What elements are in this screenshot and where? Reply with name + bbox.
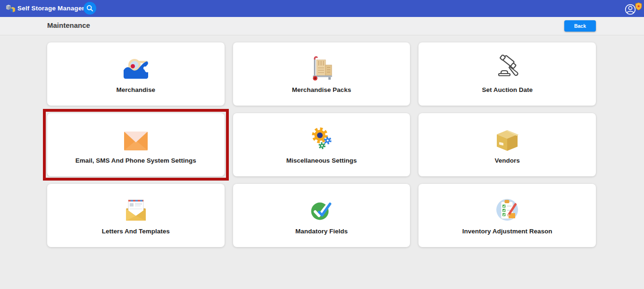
clipboard-checklist-icon: [494, 196, 520, 223]
card-miscellaneous-settings[interactable]: Miscellaneous Settings: [233, 113, 410, 176]
app-header: Self Storage Manager ★: [0, 0, 644, 17]
card-merchandise-packs[interactable]: Merchandise Packs: [233, 42, 410, 106]
package-box-icon: [494, 128, 520, 152]
check-circle-icon: [308, 198, 335, 223]
gears-icon: [308, 125, 335, 152]
user-avatar-button[interactable]: ★: [625, 3, 643, 16]
card-email-sms-phone-settings[interactable]: Email, SMS And Phone System Settings: [47, 113, 225, 176]
titlebar: Maintenance Back: [0, 17, 644, 35]
card-label: Inventory Adjustment Reason: [462, 228, 552, 235]
card-letters-and-templates[interactable]: Letters And Templates: [47, 184, 225, 247]
maintenance-grid: Merchandise Merchandise Packs Set: [47, 42, 596, 247]
page-title: Maintenance: [47, 21, 90, 29]
card-label: Mandatory Fields: [295, 228, 348, 235]
tape-dispenser-icon: [123, 56, 149, 81]
card-label: Email, SMS And Phone System Settings: [75, 157, 196, 164]
card-vendors[interactable]: Vendors: [418, 113, 596, 176]
svg-text:★: ★: [637, 4, 641, 8]
back-button[interactable]: Back: [564, 20, 596, 32]
gavel-icon: [493, 55, 521, 81]
stacked-cubes-icon: [5, 4, 17, 13]
hand-truck-boxes-icon: [308, 55, 335, 81]
card-merchandise[interactable]: Merchandise: [47, 42, 225, 106]
search-button[interactable]: [84, 2, 96, 15]
card-label: Merchandise: [117, 86, 156, 93]
card-set-auction-date[interactable]: Set Auction Date: [418, 42, 596, 106]
card-label: Letters And Templates: [102, 228, 170, 235]
card-label: Merchandise Packs: [292, 86, 351, 93]
user-avatar-icon: [625, 4, 636, 15]
app-title: Self Storage Manager: [17, 0, 84, 17]
card-label: Set Auction Date: [482, 86, 533, 93]
search-icon: [86, 5, 93, 12]
card-label: Vendors: [495, 157, 520, 164]
card-inventory-adjustment-reason[interactable]: Inventory Adjustment Reason: [418, 184, 596, 247]
card-label: Miscellaneous Settings: [286, 157, 357, 164]
card-mandatory-fields[interactable]: Mandatory Fields: [233, 184, 410, 247]
letter-envelope-icon: [123, 198, 149, 223]
envelope-icon: [123, 129, 149, 152]
shield-badge-icon: ★: [635, 2, 642, 10]
